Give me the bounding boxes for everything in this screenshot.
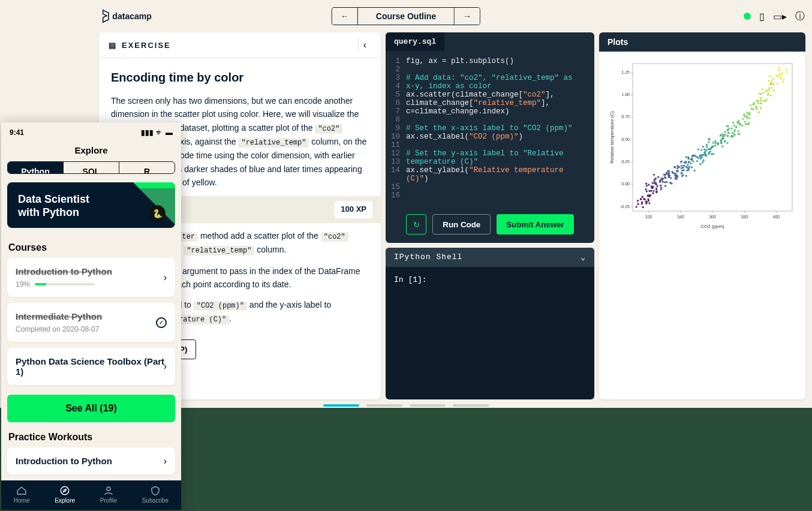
course-card[interactable]: Python Data Science Toolbox (Part 1) › — [7, 348, 175, 385]
svg-point-284 — [757, 111, 759, 113]
svg-point-200 — [708, 141, 709, 143]
prev-button[interactable]: ← — [332, 8, 357, 25]
svg-point-189 — [708, 153, 709, 155]
progress-segment[interactable] — [323, 404, 359, 407]
svg-point-211 — [715, 142, 717, 144]
svg-point-42 — [640, 203, 642, 205]
python-icon: 🐍 — [149, 205, 166, 222]
svg-point-253 — [735, 126, 737, 128]
svg-point-26 — [637, 200, 639, 202]
shell-body[interactable]: In [1]: — [386, 267, 594, 293]
nav-home[interactable]: Home — [14, 485, 30, 504]
svg-point-283 — [745, 115, 747, 117]
phone-time: 9:41 — [10, 128, 24, 137]
course-completed: Completed on 2020-08-07 — [16, 325, 167, 333]
datacamp-logo[interactable]: datacamp — [100, 9, 175, 23]
svg-point-44 — [645, 188, 646, 190]
code-actions: ↻ Run Code Submit Answer — [386, 208, 594, 243]
svg-point-221 — [720, 140, 721, 142]
svg-point-109 — [670, 177, 672, 179]
svg-text:1.25: 1.25 — [621, 70, 630, 74]
chevron-down-icon[interactable]: ⌄ — [581, 253, 586, 262]
svg-point-32 — [643, 199, 645, 200]
nav-subscribe[interactable]: Subscribe — [142, 485, 169, 504]
svg-point-247 — [730, 128, 732, 130]
svg-point-293 — [753, 103, 755, 105]
svg-point-121 — [672, 172, 673, 174]
courses-label: Courses — [8, 242, 174, 253]
svg-point-149 — [685, 156, 687, 158]
collapse-button[interactable]: ‹ — [358, 38, 371, 52]
code-lines[interactable]: 1fig, ax = plt.subplots()23# Add data: "… — [386, 51, 594, 208]
submit-button[interactable]: Submit Answer — [497, 214, 574, 235]
svg-point-102 — [670, 182, 672, 184]
svg-point-31 — [642, 206, 644, 208]
svg-point-145 — [680, 161, 682, 163]
info-icon[interactable]: ⓘ — [795, 10, 805, 23]
nav-profile[interactable]: Profile — [100, 485, 117, 504]
svg-point-281 — [747, 113, 749, 115]
svg-point-288 — [750, 104, 751, 106]
see-all-button[interactable]: See All (19) — [7, 395, 175, 422]
svg-point-175 — [696, 160, 698, 162]
svg-point-282 — [752, 109, 754, 110]
nav-explore[interactable]: Explore — [55, 485, 75, 504]
svg-point-177 — [701, 157, 703, 158]
code-column: query.sql 1fig, ax = plt.subplots()23# A… — [386, 32, 594, 399]
run-button[interactable]: Run Code — [432, 214, 491, 235]
mobile-icon[interactable]: ▯ — [759, 11, 765, 22]
svg-point-334 — [781, 72, 783, 74]
progress-segment[interactable] — [453, 404, 489, 407]
workouts-label: Practice Workouts — [8, 432, 174, 443]
code-editor[interactable]: query.sql 1fig, ax = plt.subplots()23# A… — [386, 32, 594, 243]
svg-point-111 — [669, 175, 670, 176]
svg-point-88 — [662, 181, 664, 182]
svg-point-84 — [664, 181, 666, 183]
course-outline-button[interactable]: Course Outline — [357, 8, 455, 25]
svg-point-337 — [780, 76, 782, 78]
svg-point-327 — [772, 78, 774, 80]
track-card[interactable]: Data Scientistwith Python Discover Track… — [7, 182, 175, 228]
tab-python[interactable]: Python — [8, 162, 63, 173]
svg-point-333 — [782, 81, 784, 83]
svg-text:380: 380 — [741, 215, 748, 219]
svg-point-241 — [727, 128, 729, 130]
progress-segment[interactable] — [410, 404, 446, 407]
svg-point-89 — [666, 181, 667, 183]
svg-point-61 — [655, 191, 657, 193]
svg-point-343 — [779, 73, 781, 75]
svg-point-324 — [771, 80, 772, 82]
svg-point-169 — [692, 160, 694, 162]
svg-point-70 — [651, 186, 653, 188]
svg-point-168 — [693, 155, 695, 157]
xp-badge: 100 XP — [335, 201, 372, 218]
scatter-plot: 320340360380400-0.250.000.250.500.751.00… — [599, 52, 805, 240]
workout-card[interactable]: Introduction to Python › — [7, 447, 175, 474]
ipython-shell[interactable]: IPython Shell ⌄ In [1]: — [386, 248, 594, 399]
video-icon[interactable]: ▭▸ — [773, 11, 787, 22]
svg-point-190 — [706, 144, 708, 146]
svg-point-199 — [709, 151, 711, 152]
svg-point-308 — [770, 95, 772, 97]
code-tab[interactable]: query.sql — [386, 32, 444, 51]
svg-point-310 — [767, 94, 769, 95]
signal-icon: ▮▮▮ — [141, 128, 154, 137]
svg-point-119 — [676, 176, 678, 178]
svg-point-252 — [738, 130, 739, 132]
svg-text:1.00: 1.00 — [621, 92, 630, 97]
phone-statusbar: 9:41 ▮▮▮ ᯤ ▬ — [1, 122, 181, 139]
tab-r[interactable]: R — [119, 162, 175, 173]
svg-point-198 — [706, 146, 708, 148]
exercise-label-text: EXERCISE — [122, 41, 171, 50]
svg-point-287 — [756, 108, 757, 110]
mobile-overlay: 9:41 ▮▮▮ ᯤ ▬ Explore Python SQL R Data S… — [1, 122, 181, 510]
progress-segment[interactable] — [366, 404, 402, 407]
course-card[interactable]: Introduction to Python 19% › — [7, 258, 175, 297]
reset-button[interactable]: ↻ — [406, 214, 426, 235]
course-card[interactable]: Intermediate Python Completed on 2020-08… — [7, 303, 175, 342]
next-button[interactable]: → — [455, 8, 480, 25]
tab-sql[interactable]: SQL — [63, 162, 119, 173]
chevron-right-icon: › — [164, 361, 167, 372]
svg-point-326 — [777, 82, 778, 84]
shell-prompt: In [1]: — [394, 275, 427, 284]
